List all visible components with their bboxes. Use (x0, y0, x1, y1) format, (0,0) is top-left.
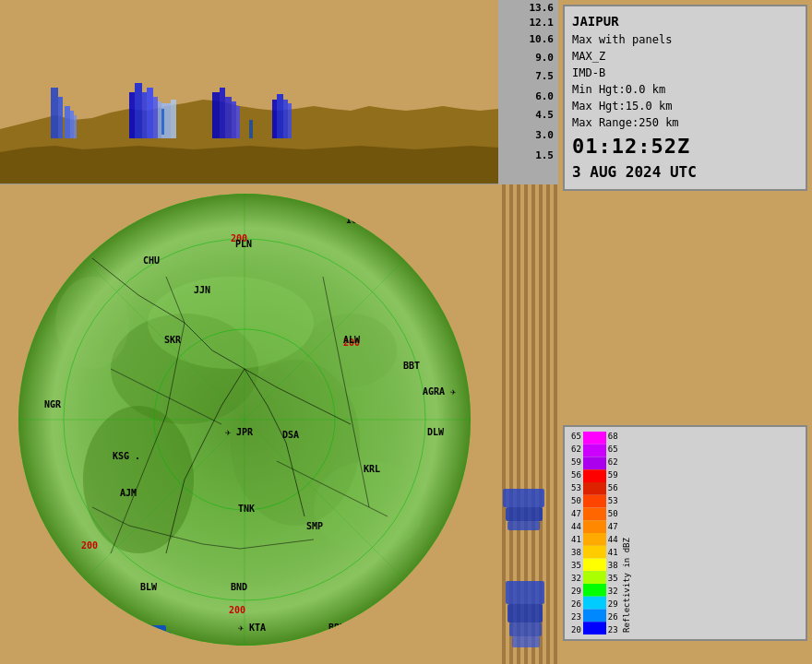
svg-rect-91 (509, 622, 542, 636)
svg-text:DLW: DLW (427, 427, 445, 437)
svg-rect-20 (277, 94, 283, 138)
height-label-12: 12.1 (530, 17, 555, 29)
height-label-4: 4.5 (535, 109, 554, 121)
svg-text:✈ JPR: ✈ JPR (225, 427, 254, 437)
svg-text:AGRA ✈: AGRA ✈ (423, 386, 456, 397)
svg-rect-94 (583, 445, 606, 457)
svg-text:200: 200 (229, 605, 245, 615)
svg-text:BND: BND (231, 582, 247, 592)
time-display: 01:12:52Z (572, 131, 798, 161)
svg-text:AJM: AJM (120, 488, 137, 498)
max-range-label: Max Range:250 km (572, 114, 798, 131)
svg-rect-13 (171, 100, 176, 138)
color-bar-svg (583, 432, 606, 634)
legend-right-labels: 68 65 62 59 56 53 50 47 44 41 38 35 32 2… (606, 432, 620, 634)
svg-rect-103 (583, 559, 606, 572)
svg-rect-87 (506, 507, 543, 521)
svg-text:SKR: SKR (164, 335, 182, 345)
svg-text:✈ KTA: ✈ KTA (238, 622, 266, 633)
svg-rect-7 (135, 83, 142, 138)
svg-rect-88 (508, 521, 540, 530)
height-panel: 13.6 12.1 10.6 9.0 7.5 6.0 4.5 3.0 1.5 (498, 0, 558, 664)
svg-rect-24 (249, 120, 253, 138)
svg-rect-89 (506, 581, 544, 604)
height-label-3: 3.0 (535, 129, 554, 141)
svg-text:JJN: JJN (194, 285, 210, 295)
station-name: JAIPUR (572, 12, 798, 31)
height-scale: 13.6 12.1 10.6 9.0 7.5 6.0 4.5 3.0 1.5 (498, 0, 558, 184)
legend-bar: 65 62 59 56 53 50 47 44 41 38 35 32 29 2… (569, 432, 801, 634)
svg-rect-18 (236, 106, 240, 138)
svg-rect-95 (583, 457, 606, 470)
svg-rect-104 (583, 571, 606, 584)
right-panel: JAIPUR Max with panels MAX_Z IMD-B Min H… (558, 0, 812, 664)
svg-rect-2 (58, 97, 63, 138)
svg-rect-90 (508, 604, 543, 622)
svg-rect-93 (583, 432, 606, 445)
product-label: MAX_Z (572, 48, 798, 65)
svg-rect-105 (583, 584, 606, 597)
legend-title: Reflectivity in dBZ (620, 432, 633, 634)
svg-text:BLW: BLW (140, 582, 158, 592)
svg-text:SMP: SMP (306, 521, 323, 531)
svg-rect-19 (272, 100, 277, 138)
height-label-9: 9.0 (535, 52, 554, 64)
svg-text:KSG .: KSG . (113, 451, 140, 461)
svg-text:PLN: PLN (235, 239, 252, 249)
height-label-1: 1.5 (535, 149, 554, 161)
svg-rect-101 (583, 533, 606, 546)
svg-rect-107 (583, 610, 606, 622)
svg-text:BBT: BBT (403, 361, 420, 371)
svg-rect-22 (288, 103, 292, 138)
mode-label: Max with panels (572, 31, 798, 48)
main-container: 200 200 200 200 IGI ✈ PLN CHU JJN BKR SK… (0, 0, 812, 664)
svg-text:200: 200 (81, 540, 98, 551)
svg-rect-6 (129, 92, 135, 138)
cross-section (0, 0, 498, 184)
left-panel: 200 200 200 200 IGI ✈ PLN CHU JJN BKR SK… (0, 0, 498, 664)
svg-rect-17 (232, 101, 236, 138)
svg-rect-108 (583, 622, 606, 634)
svg-rect-4 (70, 111, 74, 138)
svg-text:TNK: TNK (238, 504, 255, 514)
svg-rect-102 (583, 546, 606, 559)
info-box: JAIPUR Max with panels MAX_Z IMD-B Min H… (563, 5, 807, 191)
radar-map: 200 200 200 200 IGI ✈ PLN CHU JJN BKR SK… (0, 184, 498, 664)
min-height-label: Min Hgt:0.0 km (572, 81, 798, 98)
svg-rect-8 (142, 92, 147, 138)
svg-text:ALW: ALW (343, 335, 361, 345)
svg-rect-92 (512, 636, 540, 647)
svg-rect-106 (583, 597, 606, 610)
date-display: 3 AUG 2024 UTC (572, 161, 798, 184)
color-legend: 65 62 59 56 53 50 47 44 41 38 35 32 29 2… (563, 425, 807, 641)
height-label-7: 7.5 (535, 70, 554, 82)
svg-rect-15 (220, 88, 225, 138)
svg-rect-23 (161, 109, 164, 135)
svg-rect-10 (153, 97, 158, 138)
svg-rect-97 (583, 482, 606, 495)
svg-rect-3 (65, 106, 70, 138)
svg-rect-86 (503, 489, 544, 507)
max-height-label: Max Hgt:15.0 km (572, 98, 798, 114)
height-label-10: 10.6 (530, 33, 555, 45)
svg-text:DSA: DSA (282, 430, 299, 440)
height-label-13: 13.6 (530, 2, 555, 14)
svg-rect-9 (147, 88, 153, 138)
svg-rect-5 (74, 115, 77, 138)
svg-rect-99 (583, 508, 606, 521)
height-label-6: 6.0 (535, 90, 554, 102)
svg-rect-14 (212, 92, 220, 138)
svg-rect-21 (283, 100, 288, 138)
svg-point-31 (304, 314, 397, 387)
legend-left-labels: 65 62 59 56 53 50 47 44 41 38 35 32 29 2… (569, 432, 583, 634)
svg-rect-16 (225, 97, 232, 138)
svg-rect-100 (583, 520, 606, 533)
svg-text:KRL: KRL (364, 464, 380, 474)
svg-point-33 (148, 277, 314, 369)
svg-text:CHU: CHU (143, 255, 160, 266)
svg-rect-98 (583, 495, 606, 508)
svg-rect-11 (158, 101, 161, 138)
svg-rect-96 (583, 469, 606, 482)
task-label: IMD-B (572, 65, 798, 81)
svg-text:NGR: NGR (44, 399, 62, 409)
